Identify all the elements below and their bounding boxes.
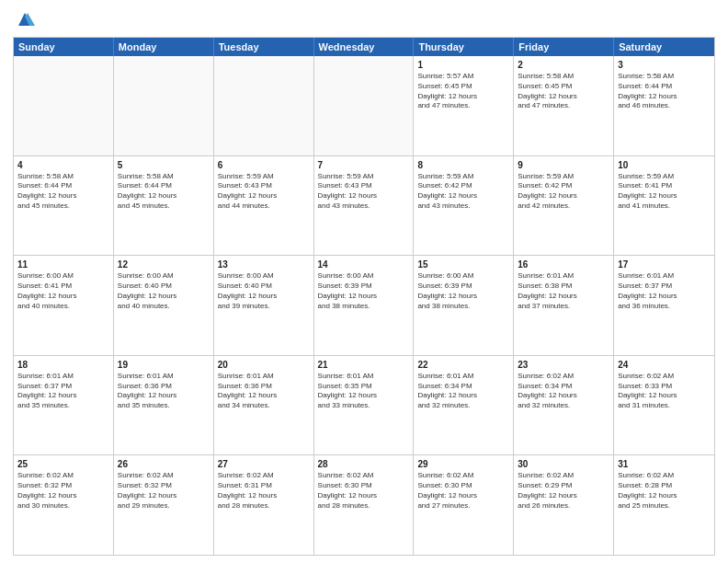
day-info: Sunrise: 5:57 AM Sunset: 6:45 PM Dayligh…	[417, 72, 509, 111]
day-info: Sunrise: 5:59 AM Sunset: 6:42 PM Dayligh…	[518, 172, 609, 212]
calendar-cell: 31Sunrise: 6:02 AM Sunset: 6:28 PM Dayli…	[614, 455, 714, 555]
calendar-cell: 4Sunrise: 5:58 AM Sunset: 6:44 PM Daylig…	[14, 156, 114, 256]
calendar-cell	[314, 56, 415, 155]
calendar-cell: 27Sunrise: 6:02 AM Sunset: 6:31 PM Dayli…	[214, 455, 314, 555]
day-info: Sunrise: 6:01 AM Sunset: 6:35 PM Dayligh…	[318, 372, 410, 411]
calendar-cell: 1Sunrise: 5:57 AM Sunset: 6:45 PM Daylig…	[414, 56, 514, 155]
day-number: 22	[417, 359, 509, 371]
calendar-cell: 19Sunrise: 6:01 AM Sunset: 6:36 PM Dayli…	[114, 356, 214, 455]
day-info: Sunrise: 6:00 AM Sunset: 6:41 PM Dayligh…	[17, 271, 109, 311]
day-number: 7	[318, 159, 410, 171]
calendar-cell: 24Sunrise: 6:02 AM Sunset: 6:33 PM Dayli…	[614, 356, 714, 455]
day-info: Sunrise: 6:02 AM Sunset: 6:31 PM Dayligh…	[218, 471, 310, 511]
header-day-tuesday: Tuesday	[214, 38, 314, 56]
header-day-sunday: Sunday	[14, 38, 114, 56]
day-number: 3	[618, 59, 711, 71]
day-info: Sunrise: 5:59 AM Sunset: 6:41 PM Dayligh…	[618, 172, 711, 212]
calendar-cell: 28Sunrise: 6:02 AM Sunset: 6:30 PM Dayli…	[314, 455, 415, 555]
calendar-cell: 30Sunrise: 6:02 AM Sunset: 6:29 PM Dayli…	[514, 455, 614, 555]
calendar-header-row: SundayMondayTuesdayWednesdayThursdayFrid…	[14, 38, 714, 56]
day-number: 21	[318, 359, 410, 371]
calendar-cell: 13Sunrise: 6:00 AM Sunset: 6:40 PM Dayli…	[214, 256, 314, 355]
day-number: 11	[17, 259, 109, 270]
day-info: Sunrise: 6:02 AM Sunset: 6:30 PM Dayligh…	[318, 471, 410, 511]
day-number: 19	[118, 359, 210, 371]
day-info: Sunrise: 6:02 AM Sunset: 6:34 PM Dayligh…	[518, 372, 609, 411]
calendar-cell: 14Sunrise: 6:00 AM Sunset: 6:39 PM Dayli…	[314, 256, 415, 355]
day-info: Sunrise: 6:02 AM Sunset: 6:32 PM Dayligh…	[17, 471, 109, 511]
day-number: 20	[218, 359, 310, 371]
calendar-cell: 29Sunrise: 6:02 AM Sunset: 6:30 PM Dayli…	[414, 455, 514, 555]
calendar-cell: 20Sunrise: 6:01 AM Sunset: 6:36 PM Dayli…	[214, 356, 314, 455]
day-info: Sunrise: 6:00 AM Sunset: 6:40 PM Dayligh…	[118, 271, 210, 311]
day-number: 26	[118, 458, 210, 470]
day-number: 1	[417, 59, 509, 71]
day-number: 18	[17, 359, 109, 371]
calendar-cell	[214, 56, 314, 155]
calendar-week-5: 25Sunrise: 6:02 AM Sunset: 6:32 PM Dayli…	[14, 455, 714, 555]
calendar-week-4: 18Sunrise: 6:01 AM Sunset: 6:37 PM Dayli…	[14, 356, 714, 456]
day-number: 12	[118, 259, 210, 270]
calendar-cell: 10Sunrise: 5:59 AM Sunset: 6:41 PM Dayli…	[614, 156, 714, 256]
calendar-cell	[114, 56, 214, 155]
day-number: 24	[618, 359, 711, 371]
day-info: Sunrise: 5:58 AM Sunset: 6:45 PM Dayligh…	[518, 72, 609, 111]
calendar-week-1: 1Sunrise: 5:57 AM Sunset: 6:45 PM Daylig…	[14, 56, 714, 156]
day-info: Sunrise: 6:02 AM Sunset: 6:30 PM Dayligh…	[417, 471, 509, 511]
calendar-cell: 12Sunrise: 6:00 AM Sunset: 6:40 PM Dayli…	[114, 256, 214, 355]
calendar-cell: 17Sunrise: 6:01 AM Sunset: 6:37 PM Dayli…	[614, 256, 714, 355]
day-number: 14	[318, 259, 410, 270]
calendar-cell: 8Sunrise: 5:59 AM Sunset: 6:42 PM Daylig…	[414, 156, 514, 256]
day-info: Sunrise: 6:00 AM Sunset: 6:40 PM Dayligh…	[218, 271, 310, 311]
day-number: 29	[417, 458, 509, 470]
day-number: 9	[518, 159, 609, 171]
day-info: Sunrise: 6:02 AM Sunset: 6:32 PM Dayligh…	[118, 471, 210, 511]
calendar-cell: 11Sunrise: 6:00 AM Sunset: 6:41 PM Dayli…	[14, 256, 114, 355]
day-info: Sunrise: 6:02 AM Sunset: 6:28 PM Dayligh…	[618, 471, 711, 511]
calendar-week-2: 4Sunrise: 5:58 AM Sunset: 6:44 PM Daylig…	[14, 156, 714, 257]
day-info: Sunrise: 6:02 AM Sunset: 6:29 PM Dayligh…	[518, 471, 609, 511]
calendar-body: 1Sunrise: 5:57 AM Sunset: 6:45 PM Daylig…	[14, 56, 714, 555]
calendar-cell: 5Sunrise: 5:58 AM Sunset: 6:44 PM Daylig…	[114, 156, 214, 256]
day-number: 27	[218, 458, 310, 470]
day-number: 2	[518, 59, 609, 71]
calendar-cell: 9Sunrise: 5:59 AM Sunset: 6:42 PM Daylig…	[514, 156, 614, 256]
header-day-thursday: Thursday	[414, 38, 514, 56]
day-info: Sunrise: 6:01 AM Sunset: 6:38 PM Dayligh…	[518, 271, 609, 311]
calendar-cell: 16Sunrise: 6:01 AM Sunset: 6:38 PM Dayli…	[514, 256, 614, 355]
day-number: 30	[518, 458, 609, 470]
calendar-cell: 22Sunrise: 6:01 AM Sunset: 6:34 PM Dayli…	[414, 356, 514, 455]
day-number: 10	[618, 159, 711, 171]
day-number: 28	[318, 458, 410, 470]
day-number: 5	[118, 159, 210, 171]
day-number: 23	[518, 359, 609, 371]
header-day-wednesday: Wednesday	[314, 38, 415, 56]
day-info: Sunrise: 6:02 AM Sunset: 6:33 PM Dayligh…	[618, 372, 711, 411]
header-day-saturday: Saturday	[614, 38, 714, 56]
day-info: Sunrise: 6:00 AM Sunset: 6:39 PM Dayligh…	[318, 271, 410, 311]
day-info: Sunrise: 5:59 AM Sunset: 6:43 PM Dayligh…	[218, 172, 310, 212]
day-number: 17	[618, 259, 711, 270]
calendar-cell: 6Sunrise: 5:59 AM Sunset: 6:43 PM Daylig…	[214, 156, 314, 256]
header-day-monday: Monday	[114, 38, 214, 56]
day-number: 15	[417, 259, 509, 270]
day-info: Sunrise: 5:59 AM Sunset: 6:43 PM Dayligh…	[318, 172, 410, 212]
day-info: Sunrise: 6:00 AM Sunset: 6:39 PM Dayligh…	[417, 271, 509, 311]
header-day-friday: Friday	[514, 38, 614, 56]
page: SundayMondayTuesdayWednesdayThursdayFrid…	[0, 0, 728, 563]
day-info: Sunrise: 6:01 AM Sunset: 6:36 PM Dayligh…	[218, 372, 310, 411]
day-info: Sunrise: 5:58 AM Sunset: 6:44 PM Dayligh…	[618, 72, 711, 111]
calendar-cell: 21Sunrise: 6:01 AM Sunset: 6:35 PM Dayli…	[314, 356, 415, 455]
day-info: Sunrise: 5:58 AM Sunset: 6:44 PM Dayligh…	[17, 172, 109, 212]
logo	[13, 9, 35, 31]
calendar-cell: 2Sunrise: 5:58 AM Sunset: 6:45 PM Daylig…	[514, 56, 614, 155]
calendar-cell: 15Sunrise: 6:00 AM Sunset: 6:39 PM Dayli…	[414, 256, 514, 355]
day-number: 31	[618, 458, 711, 470]
calendar: SundayMondayTuesdayWednesdayThursdayFrid…	[13, 37, 715, 556]
day-info: Sunrise: 5:58 AM Sunset: 6:44 PM Dayligh…	[118, 172, 210, 212]
calendar-cell: 3Sunrise: 5:58 AM Sunset: 6:44 PM Daylig…	[614, 56, 714, 155]
day-info: Sunrise: 6:01 AM Sunset: 6:36 PM Dayligh…	[118, 372, 210, 411]
day-info: Sunrise: 6:01 AM Sunset: 6:34 PM Dayligh…	[417, 372, 509, 411]
calendar-week-3: 11Sunrise: 6:00 AM Sunset: 6:41 PM Dayli…	[14, 256, 714, 356]
calendar-cell: 25Sunrise: 6:02 AM Sunset: 6:32 PM Dayli…	[14, 455, 114, 555]
